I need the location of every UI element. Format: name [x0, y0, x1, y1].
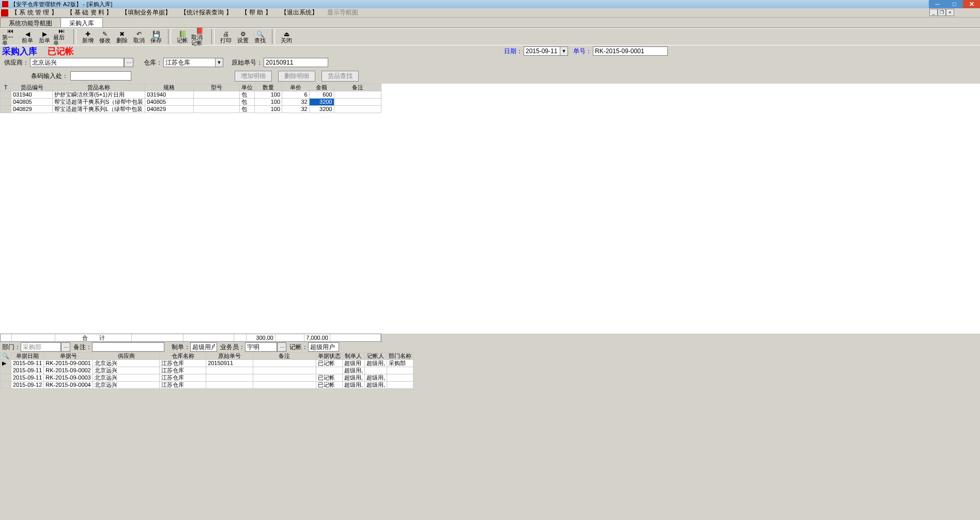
bcol-header[interactable]: 单据日期 [11, 353, 44, 360]
toolbar-label: 保存 [150, 38, 162, 43]
close-button[interactable]: ✕ [963, 0, 980, 8]
bcol-header[interactable]: 记帐人 [364, 353, 387, 360]
bcol-header[interactable]: 🔍 [1, 353, 11, 360]
toolbar-icon: 🖨 [222, 30, 230, 38]
toolbar-icon: ⏏ [282, 30, 290, 38]
mdi-min-button[interactable]: _ [929, 9, 938, 16]
tbtn-记帐[interactable]: 📗记帐 [174, 29, 191, 44]
tbtn-设置[interactable]: ⚙设置 [235, 29, 251, 44]
tbtn-查找[interactable]: 🔍查找 [252, 29, 268, 44]
col-header[interactable]: T [1, 84, 11, 91]
clerk-input[interactable] [245, 342, 277, 352]
toolbar-label: 修改 [99, 38, 111, 43]
minimize-button[interactable]: ─ [929, 0, 946, 8]
table-row[interactable]: 040805帮宝适超薄干爽系列S（绿帮中包装040805包100323200 [1, 99, 381, 106]
table-row[interactable]: 040829帮宝适超薄干爽系列L（绿帮中包装040829包100323200 [1, 106, 381, 113]
supplier-lookup-button[interactable]: ⋯ [124, 58, 133, 67]
toolbar-icon: 📕 [195, 27, 204, 35]
tbtn-最后单[interactable]: ⏭最后单 [53, 29, 70, 44]
table-row[interactable]: 031940护舒宝瞬洁丝薄(5+1)片日用031940包1006600 [1, 91, 381, 99]
tbtn-取消[interactable]: ↶取消 [131, 29, 147, 44]
dept-input[interactable] [21, 342, 61, 352]
documents-grid[interactable]: 🔍单据日期单据号供应商仓库名称原始单号备注单据状态制单人记帐人部门名称 ▶201… [0, 352, 414, 389]
del-detail-button[interactable]: 删除明细 [278, 71, 315, 82]
tbtn-删除[interactable]: ✖删除 [114, 29, 130, 44]
totals-row: 合 计 300.00 7,000.00 [0, 334, 381, 342]
menu-help[interactable]: 【 帮 助 】 [241, 8, 271, 17]
origdoc-input[interactable] [264, 58, 328, 67]
col-header[interactable]: 货品名称 [53, 84, 145, 91]
tbtn-后单[interactable]: ▶后单 [36, 29, 53, 44]
warehouse-combo[interactable]: ▼ [163, 58, 223, 67]
docno-input[interactable] [593, 46, 668, 56]
toolbar-icon: ✚ [84, 30, 92, 38]
tbtn-取消记帐[interactable]: 📕取消记帐 [191, 29, 208, 44]
bcol-header[interactable]: 制单人 [342, 353, 364, 360]
tab-purchase-in[interactable]: 采购入库 [60, 18, 103, 27]
doc-row[interactable]: 2015-09-11RK-2015-09-0003北京远兴江苏仓库已记帐超级用,… [1, 374, 414, 382]
bcol-header[interactable]: 仓库名称 [160, 353, 206, 360]
detail-grid[interactable]: T货品编号货品名称规格型号单位数量单价金额备注 031940护舒宝瞬洁丝薄(5+… [0, 84, 381, 113]
menu-basic[interactable]: 【 基 础 资 料 】 [67, 8, 113, 17]
menu-nav[interactable]: 显示导航图 [327, 8, 358, 17]
tab-nav[interactable]: 系统功能导航图 [0, 18, 61, 27]
totals-qty: 300.00 [247, 334, 275, 341]
totals-amt: 7,000.00 [304, 334, 330, 341]
maximize-button[interactable]: □ [946, 0, 963, 8]
doc-row[interactable]: ▶2015-09-11RK-2015-09-0001北京远兴江苏仓库201509… [1, 360, 414, 367]
clerk-label: 业务员： [220, 343, 245, 352]
bcol-header[interactable]: 备注 [253, 353, 316, 360]
bcol-header[interactable]: 供应商 [93, 353, 160, 360]
page-title: 采购入库 [2, 45, 37, 57]
date-dropdown-icon[interactable]: ▼ [560, 46, 568, 56]
toolbar-icon: 💾 [152, 30, 160, 38]
toolbar-icon: ◀ [23, 30, 32, 38]
col-header[interactable]: 单价 [282, 84, 310, 91]
tbtn-第一单[interactable]: ⏮第一单 [2, 29, 19, 44]
menu-system[interactable]: 【 系 统 管 理 】 [11, 8, 57, 17]
posted-flag: 已记帐 [48, 45, 74, 57]
menu-report[interactable]: 【统计报表查询 】 [180, 8, 232, 17]
col-header[interactable]: 规格 [145, 84, 193, 91]
find-product-button[interactable]: 货品查找 [321, 71, 359, 82]
tbtn-前单[interactable]: ◀前单 [19, 29, 36, 44]
doc-row[interactable]: 2015-09-11RK-2015-09-0002北京远兴江苏仓库超级用, [1, 367, 414, 374]
col-header[interactable]: 备注 [334, 84, 381, 91]
warehouse-input[interactable] [163, 58, 215, 67]
barcode-row: 条码输入处： 增加明细 删除明细 货品查找 [0, 68, 980, 84]
window-titlebar: 【安平仓库管理软件 A2版】 - [采购入库] ─ □ ✕ [0, 0, 980, 8]
tbtn-新增[interactable]: ✚新增 [80, 29, 96, 44]
doc-row[interactable]: 2015-09-12RK-2015-09-0004北京远兴江苏仓库已记帐超级用,… [1, 382, 414, 389]
add-detail-button[interactable]: 增加明细 [235, 71, 272, 82]
tbtn-关闭[interactable]: ⏏关闭 [278, 29, 295, 44]
mdi-restore-button[interactable]: ❐ [938, 9, 946, 16]
mdi-close-button[interactable]: × [946, 9, 954, 16]
col-header[interactable]: 数量 [255, 84, 282, 91]
date-label: 日期： [504, 47, 523, 56]
remark-input[interactable] [92, 342, 164, 352]
tbtn-打印[interactable]: 🖨打印 [218, 29, 234, 44]
toolbar-label: 前单 [22, 38, 33, 43]
col-header[interactable]: 型号 [193, 84, 240, 91]
bcol-header[interactable]: 原始单号 [206, 353, 253, 360]
supplier-lookup[interactable]: ⋯ [30, 58, 133, 67]
menu-doc[interactable]: 【填制业务单据】 [121, 8, 171, 17]
warehouse-dropdown-icon[interactable]: ▼ [215, 58, 223, 67]
supplier-input[interactable] [30, 58, 124, 67]
toolbar-icon: ⏮ [6, 27, 14, 35]
date-input[interactable] [524, 46, 560, 56]
menu-exit[interactable]: 【退出系统】 [281, 8, 318, 17]
col-header[interactable]: 金额 [309, 84, 334, 91]
col-header[interactable]: 单位 [240, 84, 255, 91]
barcode-input[interactable] [70, 71, 131, 81]
bcol-header[interactable]: 单据号 [44, 353, 93, 360]
bcol-header[interactable]: 部门名称 [387, 353, 413, 360]
dept-lookup-button[interactable]: ⋯ [61, 342, 70, 352]
clerk-lookup-button[interactable]: ⋯ [277, 342, 286, 352]
toolbar-label: 最后单 [53, 35, 70, 46]
bcol-header[interactable]: 单据状态 [316, 353, 342, 360]
date-combo[interactable]: ▼ [524, 46, 568, 56]
tbtn-保存[interactable]: 💾保存 [148, 29, 164, 44]
col-header[interactable]: 货品编号 [11, 84, 53, 91]
tbtn-修改[interactable]: ✎修改 [97, 29, 113, 44]
